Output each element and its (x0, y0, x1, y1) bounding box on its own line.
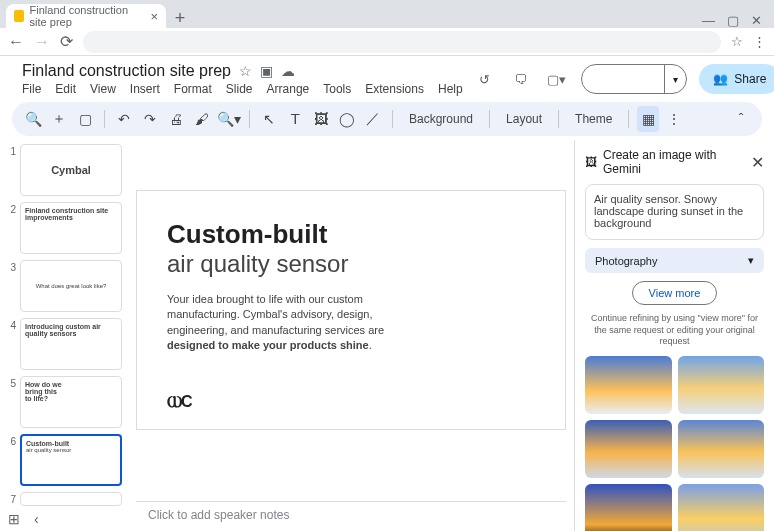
slide-subtitle[interactable]: air quality sensor (167, 250, 535, 278)
image-icon[interactable]: 🖼 (310, 106, 332, 132)
thumb-5[interactable]: How do we bring this to life? (20, 376, 122, 428)
prev-slide-icon[interactable]: ‹ (34, 511, 39, 527)
theme-button[interactable]: Theme (567, 112, 620, 126)
gemini-prompt-input[interactable]: Air quality sensor. Snowy landscape duri… (585, 184, 764, 240)
menu-insert[interactable]: Insert (130, 82, 160, 96)
document-title[interactable]: Finland construction site prep (22, 62, 231, 80)
slide-thumbnails: 1 Cymbal 2 Finland construction site imp… (0, 140, 128, 531)
cloud-status-icon[interactable]: ☁ (281, 63, 295, 79)
star-icon[interactable]: ☆ (239, 63, 252, 79)
thumb-7[interactable] (20, 492, 122, 506)
share-button[interactable]: 👥 Share (699, 64, 774, 94)
generated-image-4[interactable] (678, 420, 765, 478)
explore-icon[interactable]: ⊞ (8, 511, 20, 527)
collapse-panel-icon[interactable]: ˆ (730, 106, 752, 132)
paint-format-icon[interactable]: 🖌 (191, 106, 213, 132)
slideshow-button[interactable]: Slideshow ▾ (581, 64, 688, 94)
print-icon[interactable]: 🖨 (165, 106, 187, 132)
background-button[interactable]: Background (401, 112, 481, 126)
thumb-2[interactable]: Finland construction site improvements (20, 202, 122, 254)
thumb-1[interactable]: Cymbal (20, 144, 122, 196)
slideshow-dropdown-icon[interactable]: ▾ (664, 65, 686, 93)
style-dropdown[interactable]: Photography ▾ (585, 248, 764, 273)
gemini-panel: 🖼 Create an image with Gemini ✕ Air qual… (574, 140, 774, 531)
comments-icon[interactable]: 🗨 (509, 67, 533, 91)
speaker-notes[interactable]: Click to add speaker notes (136, 501, 566, 531)
thumb-4[interactable]: Introducing custom air quality sensors (20, 318, 122, 370)
tab-title: Finland construction site prep (30, 4, 145, 28)
tab-close-icon[interactable]: × (150, 9, 158, 24)
window-maximize-button[interactable]: ▢ (727, 13, 739, 28)
app-header: Finland construction site prep ☆ ▣ ☁ Fil… (0, 56, 774, 96)
back-button[interactable]: ← (8, 33, 24, 51)
video-icon[interactable]: ▢▾ (545, 67, 569, 91)
transition-icon[interactable]: ▦ (637, 106, 659, 132)
menu-file[interactable]: File (22, 82, 41, 96)
move-icon[interactable]: ▣ (260, 63, 273, 79)
new-slide-icon[interactable]: ＋ (48, 106, 70, 132)
menu-view[interactable]: View (90, 82, 116, 96)
bookmark-icon[interactable]: ☆ (731, 34, 743, 49)
new-tab-button[interactable]: + (170, 8, 190, 28)
share-label: Share (734, 72, 766, 86)
slide-body[interactable]: Your idea brought to life with our custo… (167, 292, 387, 354)
browser-tab[interactable]: Finland construction site prep × (6, 4, 166, 28)
browser-toolbar: ← → ⟳ ☆ ⋮ (0, 28, 774, 56)
view-more-button[interactable]: View more (632, 281, 718, 305)
search-menus-icon[interactable]: 🔍 (22, 106, 44, 132)
new-slide-dropdown-icon[interactable]: ▢ (74, 106, 96, 132)
generated-image-3[interactable] (585, 420, 672, 478)
thumb-6[interactable]: Custom-built air quality sensor (20, 434, 122, 486)
select-tool-icon[interactable]: ↖ (258, 106, 280, 132)
more-icon[interactable]: ⋮ (663, 106, 685, 132)
slideshow-label: Slideshow (582, 69, 665, 94)
generated-image-1[interactable] (585, 356, 672, 414)
textbox-icon[interactable]: 𝖳 (284, 106, 306, 132)
layout-button[interactable]: Layout (498, 112, 550, 126)
gemini-image-icon: 🖼 (585, 155, 597, 169)
refine-hint: Continue refining by using "view more" f… (585, 313, 764, 348)
thumb-3[interactable]: What does great look like? (20, 260, 122, 312)
slide-canvas-area: Custom-built air quality sensor Your ide… (128, 140, 574, 531)
undo-icon[interactable]: ↶ (113, 106, 135, 132)
toolbar: 🔍 ＋ ▢ ↶ ↷ 🖨 🖌 🔍▾ ↖ 𝖳 🖼 ◯ ／ Background La… (12, 102, 762, 136)
chevron-down-icon: ▾ (748, 254, 754, 267)
slides-favicon-icon (14, 10, 24, 22)
history-icon[interactable]: ↺ (473, 67, 497, 91)
close-panel-icon[interactable]: ✕ (751, 153, 764, 172)
generated-image-2[interactable] (678, 356, 765, 414)
window-close-button[interactable]: ✕ (751, 13, 762, 28)
zoom-icon[interactable]: 🔍▾ (217, 106, 241, 132)
reload-button[interactable]: ⟳ (60, 32, 73, 51)
menu-format[interactable]: Format (174, 82, 212, 96)
redo-icon[interactable]: ↷ (139, 106, 161, 132)
slide-canvas[interactable]: Custom-built air quality sensor Your ide… (136, 190, 566, 430)
slide-title[interactable]: Custom-built (167, 219, 535, 250)
menu-edit[interactable]: Edit (55, 82, 76, 96)
style-label: Photography (595, 255, 657, 267)
generated-image-5[interactable] (585, 484, 672, 531)
menu-tools[interactable]: Tools (323, 82, 351, 96)
generated-images-grid (585, 356, 764, 531)
menu-help[interactable]: Help (438, 82, 463, 96)
share-icon: 👥 (713, 72, 728, 86)
brand-mark-icon: ⲰC (167, 393, 192, 411)
browser-menu-icon[interactable]: ⋮ (753, 34, 766, 49)
browser-tabstrip: Finland construction site prep × + — ▢ ✕ (0, 0, 774, 28)
window-minimize-button[interactable]: — (702, 13, 715, 28)
menu-slide[interactable]: Slide (226, 82, 253, 96)
line-icon[interactable]: ／ (362, 106, 384, 132)
generated-image-6[interactable] (678, 484, 765, 531)
menu-arrange[interactable]: Arrange (267, 82, 310, 96)
gemini-panel-title: Create an image with Gemini (603, 148, 745, 176)
forward-button[interactable]: → (34, 33, 50, 51)
menu-bar: File Edit View Insert Format Slide Arran… (22, 82, 463, 96)
address-bar[interactable] (83, 31, 721, 53)
shape-icon[interactable]: ◯ (336, 106, 358, 132)
menu-extensions[interactable]: Extensions (365, 82, 424, 96)
